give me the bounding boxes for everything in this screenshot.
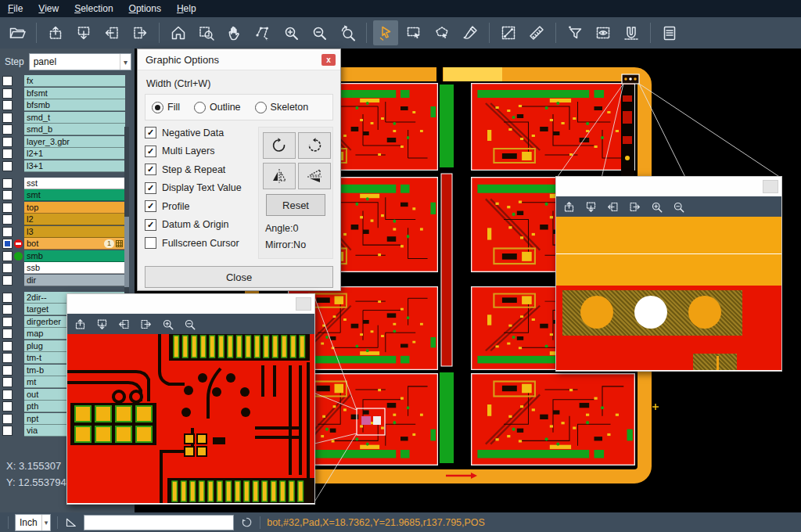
layer-visibility-checkbox[interactable] [2, 100, 13, 110]
layer-visibility-checkbox[interactable] [2, 329, 13, 339]
display-option-checkbox-row[interactable]: ✓ Multi Layers [145, 146, 258, 157]
layer-visibility-checkbox[interactable] [2, 353, 13, 363]
layer-visibility-checkbox[interactable] [2, 239, 13, 249]
checkbox-icon[interactable]: ✓ [145, 219, 156, 231]
layer-visibility-checkbox[interactable] [2, 377, 13, 387]
clean-button[interactable] [458, 20, 483, 45]
dialog-titlebar[interactable]: Graphic Options x [138, 49, 340, 70]
layer-label[interactable]: smt [24, 189, 125, 201]
checkbox-icon[interactable]: ✓ [145, 164, 156, 175]
shift-down-icon[interactable] [95, 318, 109, 331]
close-icon[interactable]: x [321, 54, 336, 66]
layer-visibility-checkbox[interactable] [2, 124, 13, 135]
layer-row[interactable]: fx [0, 75, 135, 87]
layer-row[interactable]: l2+1 [0, 148, 135, 160]
menu-item[interactable]: View [31, 0, 66, 17]
select-polygon-button[interactable] [429, 20, 454, 45]
layer-visibility-checkbox[interactable] [2, 317, 13, 327]
panel-menu-button[interactable] [763, 180, 778, 193]
magnifier-titlebar[interactable] [556, 177, 781, 196]
layer-row[interactable]: layer_3.gbr [0, 136, 135, 148]
checkbox-icon[interactable]: ✓ [145, 200, 156, 212]
layer-row[interactable]: smb [0, 250, 135, 262]
view-options-button[interactable] [591, 20, 616, 45]
magnifier-pcb-view[interactable] [67, 334, 314, 503]
fill-mode-radio[interactable]: Skeleton [255, 102, 309, 113]
layer-row[interactable]: smd_t [0, 112, 135, 124]
layer-visibility-checkbox[interactable] [2, 190, 13, 200]
layer-row[interactable]: ssb [0, 262, 135, 274]
display-option-checkbox-row[interactable]: ✓ Profile [145, 200, 258, 212]
layer-visibility-checkbox[interactable] [2, 401, 13, 412]
open-button[interactable] [5, 20, 30, 45]
zoom-in-icon[interactable] [161, 318, 174, 331]
layer-visibility-checkbox[interactable] [2, 341, 13, 351]
menu-item[interactable]: Help [169, 0, 204, 17]
layer-visibility-checkbox[interactable] [2, 390, 13, 400]
layer-visibility-checkbox[interactable] [2, 113, 13, 123]
chevron-down-icon[interactable]: ▾ [41, 515, 51, 530]
layer-visibility-checkbox[interactable] [2, 414, 13, 424]
layer-visibility-checkbox[interactable] [2, 365, 13, 376]
layer-visibility-checkbox[interactable] [2, 161, 13, 171]
select-tool-button[interactable] [373, 20, 398, 45]
layer-visibility-checkbox[interactable] [2, 263, 13, 273]
close-button[interactable]: Close [145, 266, 333, 288]
shift-right-button[interactable] [128, 20, 153, 45]
layer-label[interactable]: l3 [24, 226, 125, 238]
shift-left-icon[interactable] [606, 200, 620, 214]
layer-label[interactable]: sst [24, 178, 125, 189]
checkbox-icon[interactable] [145, 237, 156, 249]
menu-item[interactable]: Options [121, 0, 169, 17]
home-view-button[interactable] [166, 20, 191, 45]
rotate-ccw-button[interactable] [298, 132, 331, 159]
layer-label[interactable]: bot 1 [24, 238, 125, 250]
shift-right-icon[interactable] [139, 318, 153, 331]
shift-right-icon[interactable] [628, 200, 641, 214]
display-option-checkbox-row[interactable]: ✓ Display Text Value [145, 182, 258, 194]
layer-visibility-checkbox[interactable] [2, 76, 13, 86]
magnifier-window-left[interactable] [66, 293, 315, 505]
radio-icon[interactable] [255, 102, 267, 113]
layer-row[interactable]: smt [0, 189, 135, 201]
ruler-button[interactable] [524, 20, 549, 45]
layer-label[interactable]: top [24, 202, 125, 214]
layer-row[interactable]: bfsmt [0, 88, 135, 99]
display-option-checkbox-row[interactable]: ✓ Step & Repeat [145, 164, 258, 175]
layer-label[interactable]: bfsmb [24, 99, 125, 111]
pan-button[interactable] [222, 20, 247, 45]
zoom-out-button[interactable] [307, 20, 332, 45]
layer-label[interactable]: fx [24, 75, 125, 87]
shift-up-button[interactable] [43, 20, 68, 45]
fill-mode-radio[interactable]: Outline [194, 102, 241, 113]
magnifier-titlebar[interactable] [67, 294, 314, 314]
layer-visibility-checkbox[interactable] [2, 149, 13, 159]
magnifier-window-right[interactable] [555, 176, 782, 372]
checkbox-icon[interactable]: ✓ [145, 182, 156, 194]
rotate-cw-button[interactable] [263, 132, 296, 159]
shift-left-button[interactable] [99, 20, 124, 45]
layer-row[interactable]: l2 [0, 214, 135, 225]
layer-label[interactable]: smb [24, 250, 125, 262]
shift-down-icon[interactable] [584, 200, 598, 214]
menu-item[interactable]: File [0, 0, 31, 17]
shift-left-icon[interactable] [117, 318, 131, 331]
layer-row[interactable]: bfsmb [0, 99, 135, 111]
display-option-checkbox-row[interactable]: Fullscreen Cursor [145, 237, 258, 249]
zoom-previous-button[interactable] [335, 20, 360, 45]
radio-icon[interactable] [152, 102, 163, 113]
shift-down-button[interactable] [71, 20, 96, 45]
checkbox-icon[interactable]: ✓ [145, 146, 156, 157]
layer-visibility-checkbox[interactable] [2, 227, 13, 237]
radio-icon[interactable] [194, 102, 206, 113]
display-option-checkbox-row[interactable]: ✓ Negative Data [145, 127, 258, 138]
unit-select[interactable]: Inch ▾ [15, 514, 51, 531]
step-select[interactable]: panel ▾ [29, 53, 131, 70]
snap-button[interactable] [619, 20, 644, 45]
layer-visibility-checkbox[interactable] [2, 214, 13, 225]
layer-label[interactable]: smd_t [24, 112, 125, 124]
fill-mode-radio[interactable]: Fill [152, 102, 180, 113]
layer-label[interactable]: l2 [24, 214, 125, 225]
layer-visibility-checkbox[interactable] [2, 137, 13, 147]
layer-visibility-checkbox[interactable] [2, 293, 13, 303]
